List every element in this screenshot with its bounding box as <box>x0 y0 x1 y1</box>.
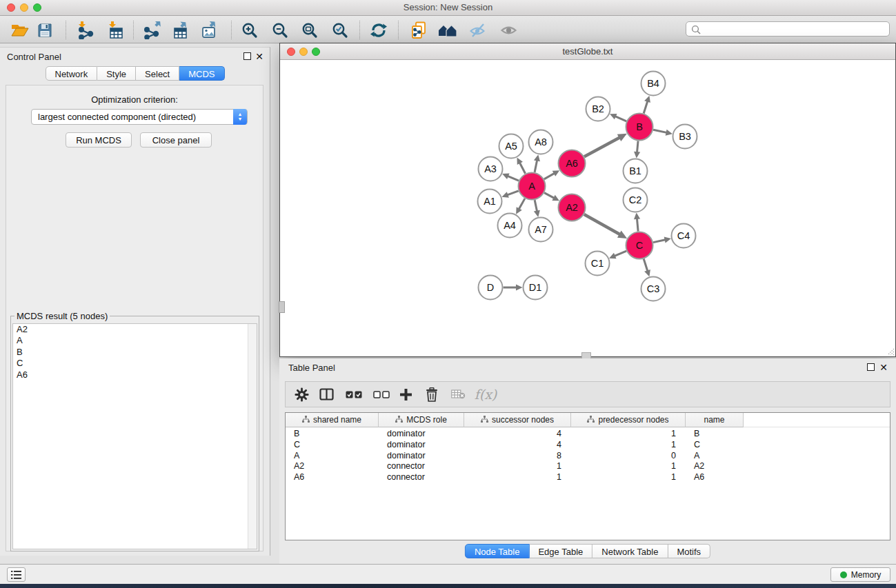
graph-edge-A-A7[interactable] <box>535 200 537 211</box>
graph-edge-A-A2[interactable] <box>544 193 554 199</box>
table-cell[interactable]: connector <box>379 472 464 483</box>
task-history-button[interactable] <box>7 567 26 582</box>
memory-button[interactable]: Memory <box>830 567 890 582</box>
table-cell[interactable]: dominator <box>379 439 464 450</box>
export-network-button[interactable] <box>139 19 166 41</box>
table-close-panel-icon[interactable]: ✕ <box>879 363 888 372</box>
close-panel-button[interactable]: Close panel <box>140 132 212 148</box>
graph-edge-A-A1[interactable] <box>507 191 518 195</box>
zoom-fit-button[interactable] <box>297 19 323 41</box>
network-close-traffic-light[interactable] <box>287 48 295 56</box>
column-header-successor-nodes[interactable]: successor nodes <box>464 413 571 427</box>
result-list-scrollbar[interactable] <box>248 324 257 549</box>
table-cell[interactable]: connector <box>379 460 464 472</box>
column-header-predecessor-nodes[interactable]: predecessor nodes <box>571 413 686 427</box>
table-cell[interactable]: A <box>286 450 379 461</box>
tab-edge-table[interactable]: Edge Table <box>529 544 593 558</box>
graph-edge-A-A3[interactable] <box>508 176 519 181</box>
import-table-button[interactable] <box>102 19 128 41</box>
show-columns-button[interactable] <box>318 382 335 407</box>
tab-network[interactable]: Network <box>45 66 97 81</box>
table-cell[interactable]: A6 <box>286 472 379 483</box>
zoom-selected-button[interactable] <box>327 19 353 41</box>
graph-edge-B-B1[interactable] <box>637 141 639 152</box>
import-network-button[interactable] <box>72 19 98 41</box>
graph-edge-B-B4[interactable] <box>644 101 648 114</box>
delete-table-button[interactable] <box>450 382 466 407</box>
result-list-item[interactable]: B <box>13 347 257 358</box>
network-zoom-traffic-light[interactable] <box>312 48 320 56</box>
table-cell[interactable]: 1 <box>464 460 571 472</box>
table-row-A6[interactable]: A6connector11A6 <box>286 472 890 483</box>
result-list-item[interactable]: A <box>13 335 257 346</box>
search-input[interactable] <box>703 23 886 37</box>
table-float-panel-icon[interactable] <box>867 363 875 371</box>
hide-selected-button[interactable] <box>464 19 490 41</box>
select-all-button[interactable] <box>345 382 363 407</box>
show-all-button[interactable] <box>495 19 521 41</box>
zoom-in-button[interactable] <box>237 19 263 41</box>
table-cell[interactable]: 1 <box>464 472 571 483</box>
table-row-B[interactable]: Bdominator41B <box>286 428 890 439</box>
graph-edge-A2-C[interactable] <box>584 214 620 234</box>
search-box[interactable] <box>686 21 890 37</box>
table-cell[interactable]: B <box>686 428 744 439</box>
export-image-button[interactable] <box>197 19 223 41</box>
vertical-scrollbar-thumb[interactable] <box>279 301 285 313</box>
table-cell[interactable]: dominator <box>379 450 464 461</box>
add-column-button[interactable] <box>397 382 414 407</box>
function-builder-button[interactable]: f(x) <box>473 382 498 407</box>
run-mcds-button[interactable]: Run MCDS <box>66 132 132 148</box>
graph-edge-C-C2[interactable] <box>637 219 638 232</box>
first-neighbors-button[interactable] <box>435 19 461 41</box>
tab-select[interactable]: Select <box>136 66 179 81</box>
minimize-traffic-light[interactable] <box>20 3 28 12</box>
column-header-MCDS-role[interactable]: MCDS role <box>379 413 464 427</box>
table-row-C[interactable]: Cdominator41C <box>286 439 890 450</box>
network-minimize-traffic-light[interactable] <box>299 48 308 56</box>
delete-column-button[interactable] <box>424 382 440 407</box>
result-list-item[interactable]: A2 <box>13 324 257 335</box>
criterion-dropdown[interactable]: largest connected component (directed) ▲… <box>31 109 248 125</box>
table-row-A2[interactable]: A2connector11A2 <box>286 460 890 472</box>
table-cell[interactable]: 8 <box>464 450 571 461</box>
float-panel-icon[interactable] <box>243 52 251 60</box>
table-cell[interactable]: B <box>286 428 379 439</box>
graph-edge-A-A4[interactable] <box>519 199 525 210</box>
column-header-name[interactable]: name <box>686 413 744 427</box>
graph-edge-C-C1[interactable] <box>615 251 626 256</box>
tab-style[interactable]: Style <box>97 66 136 81</box>
close-traffic-light[interactable] <box>7 3 15 12</box>
graph-edge-A-A6[interactable] <box>544 173 555 179</box>
table-cell[interactable]: dominator <box>379 428 464 439</box>
node-table[interactable]: shared nameMCDS rolesuccessor nodesprede… <box>285 412 890 540</box>
graph-edge-A-A5[interactable] <box>519 163 525 174</box>
table-cell[interactable]: 0 <box>571 450 686 461</box>
column-header-shared-name[interactable]: shared name <box>286 413 379 427</box>
table-cell[interactable]: 4 <box>464 439 571 450</box>
new-network-from-selection-button[interactable] <box>406 19 432 41</box>
tab-node-table[interactable]: Node Table <box>465 544 530 558</box>
table-cell[interactable]: 1 <box>571 472 686 483</box>
zoom-out-button[interactable] <box>267 19 293 41</box>
export-table-button[interactable] <box>168 19 195 41</box>
table-cell[interactable]: 4 <box>464 428 571 439</box>
table-settings-button[interactable] <box>294 382 309 407</box>
graph-edge-C-C4[interactable] <box>653 240 666 243</box>
graph-edge-C-C3[interactable] <box>644 259 648 272</box>
save-session-button[interactable] <box>32 19 58 41</box>
table-cell[interactable]: A6 <box>686 472 744 483</box>
result-list-item[interactable]: A6 <box>13 369 257 381</box>
network-graph-canvas[interactable]: B4B2BB3A8A5A6A3B1AC2A1A2A4A7C4CC1DD1C3 <box>280 60 895 356</box>
zoom-traffic-light[interactable] <box>33 3 41 12</box>
open-session-button[interactable] <box>7 19 33 41</box>
table-row-A[interactable]: Adominator80A <box>286 450 890 461</box>
resize-grip-icon[interactable] <box>885 346 895 356</box>
graph-edge-B-B3[interactable] <box>653 130 667 132</box>
tab-motifs[interactable]: Motifs <box>668 544 710 558</box>
graph-edge-A6-B[interactable] <box>584 137 619 156</box>
tab-network-table[interactable]: Network Table <box>593 544 668 558</box>
graph-edge-B-B2[interactable] <box>615 116 626 121</box>
table-cell[interactable]: 1 <box>571 460 686 472</box>
table-cell[interactable]: A <box>686 450 744 461</box>
